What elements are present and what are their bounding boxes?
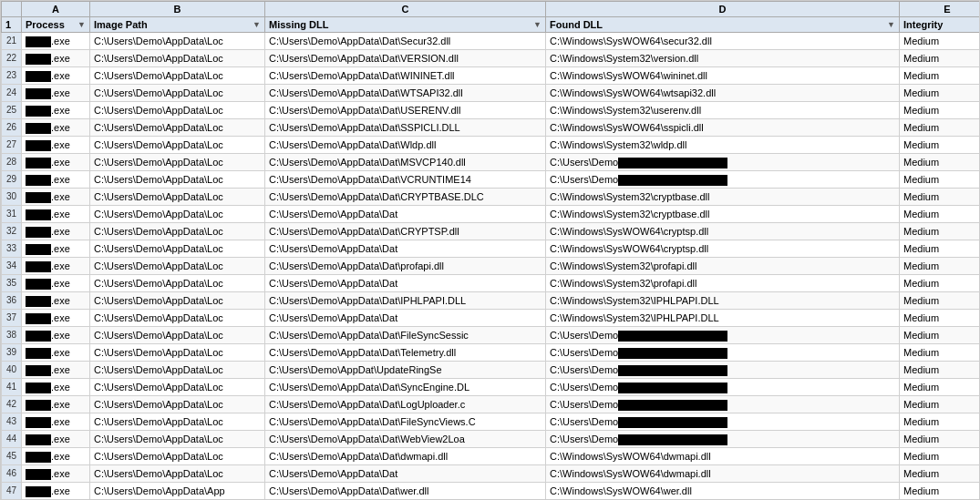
cell-process: .exe — [22, 206, 90, 223]
cell-missing-dll: C:\Users\Demo\AppData\Dat\SSPICLI.DLL — [265, 119, 546, 137]
cell-integrity: Medium — [900, 137, 981, 154]
imagepath-filter-icon[interactable]: ▼ — [253, 20, 261, 29]
cell-found-dll: C:\Windows\SysWOW64\wer.dll — [546, 483, 900, 500]
cell-image-path: C:\Users\Demo\AppData\Loc — [90, 396, 265, 413]
cell-integrity: Medium — [900, 292, 981, 310]
table-row: 41.exeC:\Users\Demo\AppData\LocC:\Users\… — [2, 379, 981, 396]
missingdll-filter-icon[interactable]: ▼ — [533, 20, 542, 29]
table-row: 32.exeC:\Users\Demo\AppData\LocC:\Users\… — [2, 223, 981, 240]
cell-missing-dll: C:\Users\Demo\AppData\Dat\MSVCP140.dll — [265, 154, 546, 171]
cell-found-dll: C:\Windows\System32\IPHLPAPI.DLL — [546, 292, 900, 310]
row-number: 37 — [2, 310, 22, 327]
cell-process: .exe — [22, 258, 90, 275]
cell-process: .exe — [22, 431, 90, 448]
cell-integrity: Medium — [900, 344, 981, 362]
cell-missing-dll: C:\Users\Demo\AppData\Dat\Telemetry.dll — [265, 344, 546, 362]
table-row: 24.exeC:\Users\Demo\AppData\LocC:\Users\… — [2, 85, 981, 102]
cell-process: .exe — [22, 448, 90, 465]
cell-integrity: Medium — [900, 413, 981, 431]
cell-found-dll: C:\Windows\System32\userenv.dll — [546, 102, 900, 119]
row-number: 41 — [2, 379, 22, 396]
table-row: 21.exeC:\Users\Demo\AppData\LocC:\Users\… — [2, 33, 981, 50]
process-filter-icon[interactable]: ▼ — [77, 20, 86, 29]
cell-found-dll: C:\Windows\System32\profapi.dll — [546, 275, 900, 292]
cell-process: .exe — [22, 465, 90, 483]
cell-found-dll: C:\Windows\SysWOW64\cryptsp.dll — [546, 240, 900, 258]
cell-missing-dll: C:\Users\Demo\AppData\Dat\IPHLPAPI.DLL — [265, 292, 546, 310]
col-letter-e: E — [900, 2, 981, 17]
cell-found-dll: C:\Windows\System32\cryptbase.dll — [546, 206, 900, 223]
cell-missing-dll: C:\Users\Demo\AppData\Dat — [265, 275, 546, 292]
cell-found-dll: C:\Windows\System32\profapi.dll — [546, 258, 900, 275]
cell-missing-dll: C:\Users\Demo\AppData\Dat — [265, 465, 546, 483]
cell-found-dll: C:\Users\Demo — [546, 327, 900, 344]
cell-process: .exe — [22, 275, 90, 292]
col-imagepath-label: Image Path — [94, 19, 148, 30]
cell-integrity: Medium — [900, 396, 981, 413]
cell-integrity: Medium — [900, 119, 981, 137]
corner-cell — [2, 2, 22, 17]
table-row: 39.exeC:\Users\Demo\AppData\LocC:\Users\… — [2, 344, 981, 362]
cell-integrity: Medium — [900, 50, 981, 67]
row-number: 32 — [2, 223, 22, 240]
cell-found-dll: C:\Users\Demo — [546, 431, 900, 448]
row-number: 30 — [2, 189, 22, 206]
col-letter-b: B — [90, 2, 265, 17]
row-number: 27 — [2, 137, 22, 154]
cell-missing-dll: C:\Users\Demo\AppData\Dat\CRYPTBASE.DLC — [265, 189, 546, 206]
table-row: 43.exeC:\Users\Demo\AppData\LocC:\Users\… — [2, 413, 981, 431]
cell-process: .exe — [22, 292, 90, 310]
col-letter-a: A — [22, 2, 90, 17]
cell-integrity: Medium — [900, 189, 981, 206]
col-missingdll-header[interactable]: Missing DLL ▼ — [265, 17, 546, 33]
cell-image-path: C:\Users\Demo\AppData\Loc — [90, 431, 265, 448]
cell-image-path: C:\Users\Demo\AppData\Loc — [90, 465, 265, 483]
table-row: 33.exeC:\Users\Demo\AppData\LocC:\Users\… — [2, 240, 981, 258]
cell-process: .exe — [22, 154, 90, 171]
cell-image-path: C:\Users\Demo\AppData\Loc — [90, 379, 265, 396]
cell-process: .exe — [22, 240, 90, 258]
cell-integrity: Medium — [900, 33, 981, 50]
cell-missing-dll: C:\Users\Demo\AppData\Dat\WININET.dll — [265, 67, 546, 85]
row-num-header: 1 — [2, 17, 22, 33]
cell-image-path: C:\Users\Demo\AppData\Loc — [90, 33, 265, 50]
row-number: 42 — [2, 396, 22, 413]
cell-integrity: Medium — [900, 258, 981, 275]
spreadsheet-container: A B C D E 1 Process ▼ Image Path — [0, 0, 980, 500]
founddll-filter-icon[interactable]: ▼ — [887, 20, 895, 29]
cell-found-dll: C:\Users\Demo — [546, 362, 900, 379]
cell-missing-dll: C:\Users\Demo\AppData\Dat\WebView2Loa — [265, 431, 546, 448]
cell-integrity: Medium — [900, 206, 981, 223]
col-integrity-header[interactable]: Integrity ▼ — [900, 17, 981, 33]
cell-image-path: C:\Users\Demo\AppData\App — [90, 483, 265, 500]
row-number: 47 — [2, 483, 22, 500]
cell-missing-dll: C:\Users\Demo\AppDat\UpdateRingSe — [265, 362, 546, 379]
cell-image-path: C:\Users\Demo\AppData\Loc — [90, 171, 265, 189]
cell-process: .exe — [22, 327, 90, 344]
table-row: 31.exeC:\Users\Demo\AppData\LocC:\Users\… — [2, 206, 981, 223]
cell-integrity: Medium — [900, 465, 981, 483]
cell-found-dll: C:\Users\Demo — [546, 379, 900, 396]
cell-found-dll: C:\Windows\SysWOW64\secur32.dll — [546, 33, 900, 50]
col-process-header[interactable]: Process ▼ — [22, 17, 90, 33]
table-row: 44.exeC:\Users\Demo\AppData\LocC:\Users\… — [2, 431, 981, 448]
cell-found-dll: C:\Windows\SysWOW64\wininet.dll — [546, 67, 900, 85]
row-number: 36 — [2, 292, 22, 310]
cell-found-dll: C:\Windows\System32\version.dll — [546, 50, 900, 67]
row-number: 45 — [2, 448, 22, 465]
cell-image-path: C:\Users\Demo\AppData\Loc — [90, 119, 265, 137]
row-number: 24 — [2, 85, 22, 102]
table-row: 38.exeC:\Users\Demo\AppData\LocC:\Users\… — [2, 327, 981, 344]
col-founddll-header[interactable]: Found DLL ▼ — [546, 17, 900, 33]
table-row: 34.exeC:\Users\Demo\AppData\LocC:\Users\… — [2, 258, 981, 275]
col-letter-d: D — [546, 2, 900, 17]
col-missingdll-label: Missing DLL — [269, 19, 328, 30]
col-founddll-label: Found DLL — [550, 19, 603, 30]
cell-found-dll: C:\Windows\System32\cryptbase.dll — [546, 189, 900, 206]
cell-image-path: C:\Users\Demo\AppData\Loc — [90, 413, 265, 431]
table-row: 36.exeC:\Users\Demo\AppData\LocC:\Users\… — [2, 292, 981, 310]
cell-found-dll: C:\Windows\System32\wldp.dll — [546, 137, 900, 154]
cell-process: .exe — [22, 67, 90, 85]
cell-missing-dll: C:\Users\Demo\AppData\Dat\VCRUNTIME14 — [265, 171, 546, 189]
col-imagepath-header[interactable]: Image Path ▼ — [90, 17, 265, 33]
